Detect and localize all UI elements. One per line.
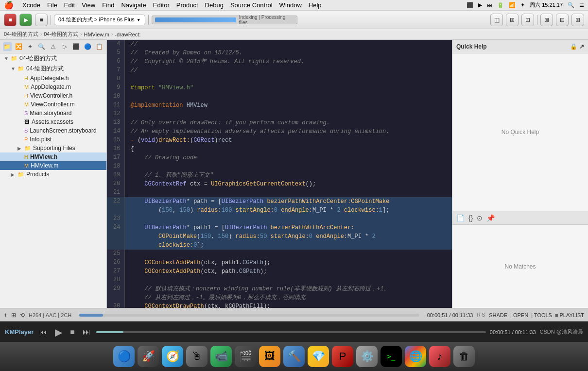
right-panel: Quick Help 🔒 ↗ No Quick Help 📄 {} ⊙ 📌 No… xyxy=(452,40,588,308)
find-navigator-icon[interactable]: 🔍 xyxy=(37,42,46,51)
rp-lock-icon[interactable]: 🔒 xyxy=(570,43,577,50)
menu-editor[interactable]: Editor xyxy=(153,1,170,9)
forward-icon[interactable]: ⏭ xyxy=(487,2,492,8)
table-row: 27 CGContextAddPath(ctx, path.CGPath); xyxy=(107,267,452,276)
stop-button[interactable]: ■ xyxy=(4,14,17,26)
sidebar-item-supporting-files[interactable]: ▶ 📁 Supporting Files xyxy=(0,144,106,152)
menu-find[interactable]: Find xyxy=(102,1,114,9)
table-row: 20 CGContextRef ctx = UIGraphicsGetCurre… xyxy=(107,180,452,188)
play-icon[interactable]: ▶ xyxy=(478,2,482,8)
sidebar-item-root[interactable]: ▼ 📁 04-绘图的方式 xyxy=(0,53,106,64)
sidebar-item-subfolder[interactable]: ▼ 📁 04-绘图的方式 xyxy=(0,64,106,74)
sidebar-item-hmview-m[interactable]: M HMView.m xyxy=(0,161,106,170)
sidebar-item-hmview-h[interactable]: H HMView.h xyxy=(0,152,106,161)
file-icon[interactable]: 📄 xyxy=(456,214,465,222)
standard-editor[interactable]: ⊞ xyxy=(571,14,584,26)
code-icon[interactable]: {} xyxy=(468,214,473,222)
debug-icon[interactable]: + xyxy=(4,312,7,319)
issue-navigator-icon[interactable]: ⚠ xyxy=(49,42,58,51)
breadcrumb-part4[interactable]: -drawRect: xyxy=(115,32,140,37)
km-stop-btn[interactable]: ■ xyxy=(68,326,77,338)
breakpoint-navigator-icon[interactable]: 🔵 xyxy=(84,42,92,51)
debug-icon3[interactable]: ⟲ xyxy=(20,312,25,319)
table-row: 23 xyxy=(107,215,452,223)
menu-file[interactable]: File xyxy=(47,1,57,9)
sidebar-item-assets[interactable]: 🖼 Assets.xcassets xyxy=(0,118,106,126)
dock-mouse[interactable]: 🖱 xyxy=(186,346,208,367)
navigator-toggle[interactable]: ◫ xyxy=(490,14,503,26)
menu-debug[interactable]: Debug xyxy=(205,1,224,9)
screen-record-icon[interactable]: ⬛ xyxy=(467,2,473,8)
playlist-btn[interactable]: ≡ PLAYLIST xyxy=(555,312,584,318)
km-progress-bar[interactable] xyxy=(96,331,486,333)
symbol-navigator-icon[interactable]: ✦ xyxy=(26,42,35,51)
dock-pp[interactable]: P xyxy=(332,346,353,367)
assistant-editor[interactable]: ⊠ xyxy=(540,14,553,26)
sidebar-item-appdelegate-m[interactable]: M AppDelegate.m xyxy=(0,83,106,91)
km-time-display: 00:00:51 / 00:11:33 xyxy=(490,329,536,335)
dock-sketch[interactable]: 💎 xyxy=(308,346,329,367)
sidebar-item-appdelegate-h[interactable]: H AppDelegate.h xyxy=(0,74,106,83)
apple-menu[interactable]: 🍎 xyxy=(4,0,14,10)
breadcrumb-part3[interactable]: HMView.m xyxy=(84,32,109,37)
km-next-btn[interactable]: ⏭ xyxy=(81,326,92,338)
search-menubar[interactable]: 🔍 xyxy=(568,2,574,8)
menu-xcode[interactable]: Xcode xyxy=(22,1,40,9)
debug-icon2[interactable]: ⊞ xyxy=(11,312,16,319)
folder-navigator-icon[interactable]: 📁 xyxy=(3,42,12,51)
dock-trash[interactable]: 🗑 xyxy=(453,346,475,367)
dock-finder[interactable]: 🔵 xyxy=(113,346,135,367)
source-control-icon[interactable]: 🔀 xyxy=(15,42,23,51)
run-button[interactable]: ▶ xyxy=(19,14,32,26)
version-editor[interactable]: ⊟ xyxy=(556,14,569,26)
menu-edit[interactable]: Edit xyxy=(64,1,75,9)
table-row: 5 // Created by Romeo on 15/12/5. xyxy=(107,49,452,57)
tools-btn[interactable]: | TOOLS xyxy=(531,312,552,318)
table-row: CGPointMake(150, 150) radius:50 startAng… xyxy=(107,232,452,241)
sidebar-item-products[interactable]: ▶ 📁 Products xyxy=(0,170,106,179)
circle-icon[interactable]: ⊙ xyxy=(477,214,483,222)
sidebar-item-info-plist[interactable]: P Info.plist xyxy=(0,135,106,144)
shade-btn[interactable]: SHADE xyxy=(489,312,507,318)
debug-navigator-icon[interactable]: ⬛ xyxy=(72,42,81,51)
dock-safari[interactable]: 🧭 xyxy=(162,346,183,367)
breadcrumb-part2[interactable]: 04-绘图的方式 xyxy=(44,31,78,38)
dock-iterm[interactable]: >_ xyxy=(380,346,402,367)
resolution-label: R S xyxy=(477,312,485,318)
pin-icon[interactable]: 📌 xyxy=(486,214,495,222)
sidebar-item-viewcontroller-m[interactable]: M ViewController.m xyxy=(0,100,106,109)
menu-view[interactable]: View xyxy=(82,1,95,9)
menu-product[interactable]: Product xyxy=(176,1,198,9)
table-row: // 从右到左跨过，-1。最后如果为0，那么不填充，否则填充 xyxy=(107,293,452,302)
sidebar-item-viewcontroller-h[interactable]: H ViewController.h xyxy=(0,91,106,100)
table-row: 24 UIBezierPath* path1 = [UIBezierPath b… xyxy=(107,223,452,232)
km-prev-btn[interactable]: ⏮ xyxy=(37,326,49,338)
report-navigator-icon[interactable]: 📋 xyxy=(95,42,104,51)
dock-photos[interactable]: 🖼 xyxy=(259,346,280,367)
sidebar-item-launchscreen[interactable]: S LaunchScreen.storyboard xyxy=(0,126,106,135)
menu-window[interactable]: Window xyxy=(279,1,302,9)
dock-facetime[interactable]: 📹 xyxy=(210,346,232,367)
dock-chrome[interactable]: 🌐 xyxy=(405,346,426,367)
dock-launchpad[interactable]: 🚀 xyxy=(138,346,159,367)
table-row: clockwise:0]; xyxy=(107,241,452,250)
editor-scroll[interactable]: 4 // 5 // Created by Romeo on 15/12/5. 6… xyxy=(107,40,452,308)
stop-button2[interactable]: ■ xyxy=(35,14,48,26)
km-play-btn[interactable]: ▶ xyxy=(53,324,64,340)
test-navigator-icon[interactable]: ▷ xyxy=(60,42,69,51)
dock-settings[interactable]: ⚙️ xyxy=(356,346,378,367)
dock-musicplayer[interactable]: ♪ xyxy=(429,346,450,367)
dock-xcode[interactable]: 🔨 xyxy=(283,346,305,367)
dock-video[interactable]: 🎬 xyxy=(235,346,256,367)
menu-source-control[interactable]: Source Control xyxy=(230,1,273,9)
menu-extra-icon[interactable]: ☰ xyxy=(579,2,584,8)
scheme-selector[interactable]: 04-绘图的方式 > iPhone 6s Plus ▼ xyxy=(54,15,145,25)
menu-help[interactable]: Help xyxy=(309,1,322,9)
breadcrumb-part1[interactable]: 04-绘图的方式 xyxy=(4,31,38,38)
utilities-toggle[interactable]: ⊡ xyxy=(521,14,534,26)
sidebar-item-main-storyboard[interactable]: S Main.storyboard xyxy=(0,109,106,118)
menu-navigate[interactable]: Navigate xyxy=(121,1,146,9)
debug-toggle[interactable]: ⊞ xyxy=(506,14,519,26)
rp-share-icon[interactable]: ↗ xyxy=(579,43,584,50)
open-btn[interactable]: | OPEN xyxy=(510,312,528,318)
